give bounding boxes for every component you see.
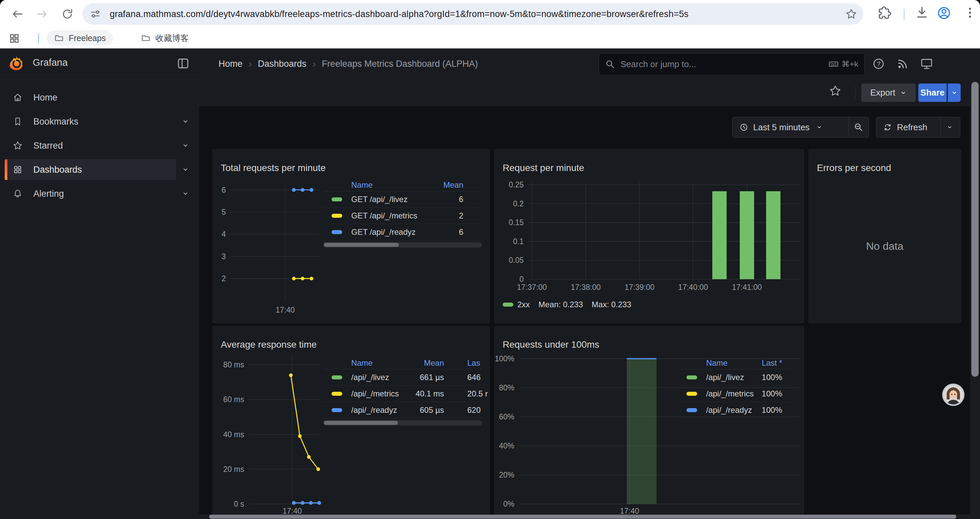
collapse-sidebar-icon[interactable] xyxy=(176,56,190,70)
legend-series-name[interactable]: /api/_/readyz xyxy=(706,406,752,415)
svg-text:0.25: 0.25 xyxy=(509,180,524,189)
svg-text:60%: 60% xyxy=(499,412,514,421)
assistant-avatar-widget[interactable] xyxy=(942,383,965,406)
legend-row[interactable]: /api/_/readyz605 µs620 xyxy=(323,402,482,418)
breadcrumb-item[interactable]: Home xyxy=(218,59,242,69)
refresh-label: Refresh xyxy=(897,122,927,133)
bookmark-label: 收藏博客 xyxy=(156,33,189,44)
legend-series-name: 2xx xyxy=(517,300,530,309)
time-controls: Last 5 minutes xyxy=(732,117,869,137)
sidebar-item-dashboards[interactable]: Dashboards xyxy=(5,159,176,180)
favorite-dashboard-button[interactable] xyxy=(829,85,845,101)
legend-series-name[interactable]: /api/_/readyz xyxy=(351,406,397,415)
news-button[interactable] xyxy=(895,56,911,72)
svg-text:0.05: 0.05 xyxy=(509,256,524,265)
sidebar-item-alerting[interactable]: Alerting xyxy=(5,184,176,204)
sidebar-item-starred[interactable]: Starred xyxy=(5,135,176,156)
profile-button[interactable] xyxy=(936,5,951,21)
legend-series[interactable]: 2xx xyxy=(503,300,530,309)
share-menu-button[interactable] xyxy=(947,83,961,102)
legend-series-name[interactable]: GET /api/_/metrics xyxy=(351,211,417,220)
chevron-down-icon[interactable] xyxy=(182,142,189,149)
bell-icon xyxy=(13,189,23,199)
vertical-scrollbar-thumb[interactable] xyxy=(971,82,978,377)
address-bar[interactable]: grafana.mathmast.com/d/deytv4rwavabkb/fr… xyxy=(83,3,863,25)
chart-request-per-minute[interactable]: 0.250.20.150.10.05017:37:0017:38:0017:39… xyxy=(495,150,803,323)
svg-text:80 ms: 80 ms xyxy=(223,360,244,369)
share-button[interactable]: Share xyxy=(918,83,947,102)
legend-scrollbar-thumb[interactable] xyxy=(324,421,398,425)
series-color-swatch xyxy=(332,214,342,218)
legend-scrollbar-thumb[interactable] xyxy=(324,243,399,247)
legend-series-name[interactable]: /api/_/livez xyxy=(706,373,744,382)
legend-series-name[interactable]: GET /api/_/livez xyxy=(351,195,407,204)
search-box[interactable]: ⌘+k xyxy=(599,53,865,75)
brand-row: Grafana xyxy=(0,48,199,80)
legend-series-name[interactable]: GET /api/_/readyz xyxy=(351,227,415,237)
bookmark-icon xyxy=(13,117,23,126)
legend-header-row: NameLast * xyxy=(678,357,791,369)
folder-icon xyxy=(54,33,64,43)
legend-column-header[interactable]: Name xyxy=(351,358,372,368)
time-range-picker[interactable]: Last 5 minutes xyxy=(732,117,849,137)
legend-series-name[interactable]: /api/_/livez xyxy=(351,373,389,382)
bookmark-item[interactable]: Freeleaps xyxy=(47,30,113,46)
sidebar-item-bookmarks[interactable]: Bookmarks xyxy=(5,111,176,132)
svg-text:17:39:00: 17:39:00 xyxy=(625,283,655,292)
refresh-button[interactable]: Refresh xyxy=(876,117,940,137)
legend-header-row: NameMeanLas xyxy=(323,357,482,369)
profile-avatar-icon xyxy=(936,5,951,21)
legend-column-header[interactable]: Name xyxy=(351,180,372,190)
browser-forward-button[interactable] xyxy=(33,5,51,23)
legend-series-name[interactable]: /api/_/metrics xyxy=(706,389,754,398)
chevron-down-icon[interactable] xyxy=(182,118,189,125)
legend-value: 40.1 ms xyxy=(415,389,444,398)
zoom-out-time-button[interactable] xyxy=(849,117,868,137)
legend-header-row: NameMean xyxy=(323,179,482,192)
browser-back-button[interactable] xyxy=(9,5,26,23)
export-button[interactable]: Export xyxy=(861,83,916,102)
no-data-text: No data xyxy=(809,150,961,323)
sidebar-item-home[interactable]: Home xyxy=(5,87,176,108)
svg-text:17:37:00: 17:37:00 xyxy=(517,283,547,292)
bookmark-star-icon[interactable] xyxy=(845,8,857,20)
chevron-down-icon[interactable] xyxy=(182,190,189,197)
breadcrumb-item[interactable]: Dashboards xyxy=(258,59,307,69)
help-button[interactable]: ? xyxy=(870,56,886,72)
legend-row[interactable]: /api/_/readyz100% xyxy=(678,402,791,418)
legend-column-header[interactable]: Las xyxy=(467,358,480,368)
bookmark-item[interactable]: 收藏博客 xyxy=(134,30,196,46)
legend-column-header[interactable]: Mean xyxy=(424,358,444,368)
sidebar-item-label: Alerting xyxy=(33,189,64,199)
browser-reload-button[interactable] xyxy=(59,5,76,23)
downloads-button[interactable] xyxy=(915,5,929,20)
legend-column-header[interactable]: Mean xyxy=(443,180,463,190)
kiosk-mode-button[interactable] xyxy=(919,56,935,72)
legend-row[interactable]: /api/_/metrics100% xyxy=(678,386,791,402)
chevron-down-icon[interactable] xyxy=(182,166,189,173)
legend-series-name[interactable]: /api/_/metrics xyxy=(351,389,399,398)
rss-icon xyxy=(896,57,909,70)
chart-requests-under-100ms[interactable]: 100%80%60%40%20%0%17:40 xyxy=(495,326,803,519)
extensions-button[interactable] xyxy=(877,5,891,20)
site-settings-icon[interactable] xyxy=(90,8,101,20)
legend-row[interactable]: GET /api/_/readyz6 xyxy=(323,224,482,241)
legend-row[interactable]: GET /api/_/livez6 xyxy=(323,192,482,208)
horizontal-scrollbar-thumb[interactable] xyxy=(209,515,956,519)
grafana-logo[interactable] xyxy=(9,56,25,72)
breadcrumb: Home›Dashboards›Freeleaps Metrics Dashbo… xyxy=(218,48,478,79)
apps-grid-icon[interactable] xyxy=(9,33,20,44)
legend-value: 661 µs xyxy=(420,373,444,382)
legend-row[interactable]: /api/_/metrics40.1 ms20.5 r xyxy=(323,386,482,402)
refresh-interval-button[interactable] xyxy=(941,117,959,137)
legend-column-header[interactable]: Name xyxy=(706,358,727,368)
bookmarks-bar: Freeleaps收藏博客 xyxy=(0,28,980,49)
legend-row[interactable]: GET /api/_/metrics2 xyxy=(323,208,482,224)
search-input[interactable] xyxy=(620,59,822,70)
legend-row[interactable]: /api/_/livez100% xyxy=(678,369,791,386)
legend-row[interactable]: /api/_/livez661 µs646 xyxy=(323,369,482,386)
browser-menu-button[interactable] xyxy=(963,5,977,20)
legend-table: NameMeanLas/api/_/livez661 µs646/api/_/m… xyxy=(323,357,482,425)
legend-column-header[interactable]: Last * xyxy=(762,358,782,368)
brand-name[interactable]: Grafana xyxy=(33,57,68,68)
